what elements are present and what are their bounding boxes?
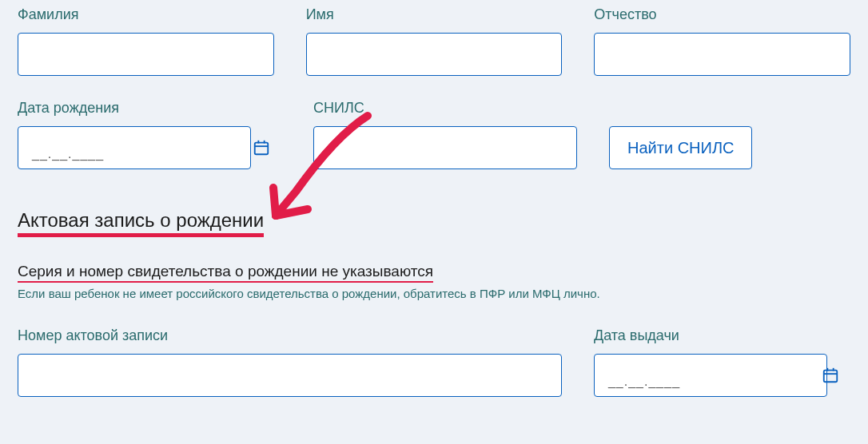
issue-date-field: Дата выдачи __.__.____ [594,327,850,397]
dob-label: Дата рождения [18,100,281,117]
svg-rect-4 [824,371,838,383]
patronymic-label: Отчество [594,6,850,23]
surname-input[interactable] [18,33,274,76]
find-snils-button[interactable]: Найти СНИЛС [609,126,752,169]
issue-date-input[interactable] [594,354,827,397]
record-number-label: Номер актовой записи [18,327,562,344]
name-input[interactable] [306,33,563,76]
birth-record-heading: Актовая запись о рождении [18,209,850,237]
surname-field: Фамилия [18,6,274,76]
birth-record-heading-text: Актовая запись о рождении [18,209,264,237]
birth-record-subheading: Серия и номер свидетельства о рождении н… [18,263,850,280]
svg-rect-0 [255,143,269,155]
name-label: Имя [306,6,563,23]
dob-field: Дата рождения __.__.____ [18,100,281,169]
snils-field: СНИЛС [313,100,577,169]
birth-record-subheading-text: Серия и номер свидетельства о рождении н… [18,263,433,280]
record-number-field: Номер актовой записи [18,327,562,397]
surname-label: Фамилия [18,6,274,23]
name-field: Имя [306,6,563,76]
snils-input[interactable] [313,126,577,169]
record-number-input[interactable] [18,354,562,397]
calendar-icon[interactable] [253,139,270,157]
patronymic-field: Отчество [594,6,850,76]
dob-input[interactable] [18,126,251,169]
snils-label: СНИЛС [313,100,577,117]
find-snils-wrap: Найти СНИЛС [609,126,752,169]
patronymic-input[interactable] [594,33,850,76]
birth-record-helper: Если ваш ребенок не имеет российского св… [18,287,850,300]
calendar-icon[interactable] [822,367,839,384]
issue-date-label: Дата выдачи [594,327,850,344]
